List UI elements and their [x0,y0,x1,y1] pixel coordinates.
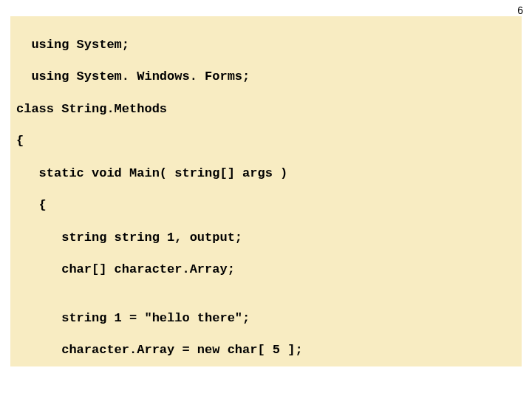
code-line: char[] character.Array; [16,262,516,278]
code-line: static void Main( string[] args ) [16,166,516,182]
code-line: { [16,197,516,214]
code-block: using System; using System. Windows. For… [10,16,522,366]
code-line: using System; [16,37,516,53]
code-line: string 1 = "hello there"; [16,310,516,327]
code-line: class String.Methods [16,101,516,117]
code-line: { [16,133,516,149]
code-line: character.Array = new char[ 5 ]; [16,342,516,358]
slide-number: 6 [517,4,523,16]
code-line: using System. Windows. Forms; [16,69,516,85]
code-line: string string 1, output; [16,230,516,246]
